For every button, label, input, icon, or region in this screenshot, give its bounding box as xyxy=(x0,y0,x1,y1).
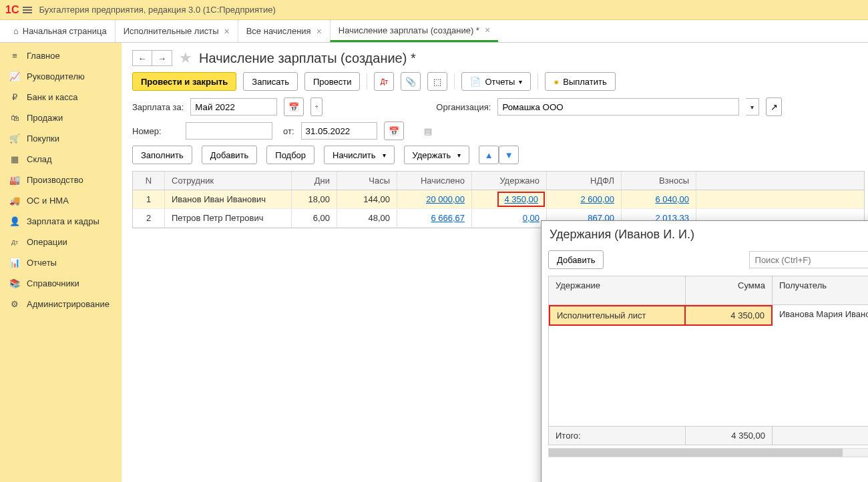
sidebar-item-operations[interactable]: ДтОперации xyxy=(0,232,122,252)
calc-button[interactable]: Начислить▾ xyxy=(324,146,394,164)
sidebar-item-salary[interactable]: 👤Зарплата и кадры xyxy=(0,211,122,232)
fill-button[interactable]: Заполнить xyxy=(132,146,192,164)
comment-icon[interactable]: ▤ xyxy=(424,126,432,136)
deductions-popup: Удержания (Иванов И. И.) ⋮ □ ✕ Добавить … xyxy=(541,220,868,482)
date-input[interactable] xyxy=(301,122,377,140)
deducted-link[interactable]: 0,00 xyxy=(523,213,539,223)
date-calendar-button[interactable]: 📅 xyxy=(384,122,404,140)
list-icon: ≡ xyxy=(9,51,20,61)
add-button[interactable]: Добавить xyxy=(202,146,257,164)
post-and-close-button[interactable]: Провести и закрыть xyxy=(132,72,236,91)
forward-button[interactable]: → xyxy=(152,50,172,66)
calendar-icon: 📅 xyxy=(288,102,299,112)
sidebar-item-warehouse[interactable]: ▦Склад xyxy=(0,149,122,170)
back-button[interactable]: ← xyxy=(132,50,152,66)
reports-button[interactable]: 📄Отчеты▾ xyxy=(461,72,531,91)
save-button[interactable]: Записать xyxy=(243,72,298,91)
arrow-down-icon: ▼ xyxy=(505,150,513,160)
col-employee[interactable]: Сотрудник xyxy=(165,172,292,190)
pcol-deduction[interactable]: Удержание xyxy=(549,276,686,304)
person-icon: 👤 xyxy=(9,216,20,226)
sidebar-item-catalogs[interactable]: 📚Справочники xyxy=(0,273,122,294)
contr-link[interactable]: 6 040,00 xyxy=(655,194,689,204)
favorite-icon[interactable]: ★ xyxy=(179,49,192,67)
tree-icon: ⬚ xyxy=(433,77,441,87)
close-icon[interactable]: × xyxy=(485,25,490,35)
pcol-recipient[interactable]: Получатель xyxy=(773,276,868,304)
dtkt-button[interactable]: Дт xyxy=(374,72,394,91)
deduct-button[interactable]: Удержать▾ xyxy=(404,146,470,164)
sidebar-item-admin[interactable]: ⚙Администрирование xyxy=(0,294,122,314)
org-input[interactable] xyxy=(497,98,739,115)
table-row[interactable]: 1 Иванов Иван Иванович 18,00 144,00 20 0… xyxy=(133,190,864,209)
post-button[interactable]: Провести xyxy=(304,72,361,91)
salary-for-label: Зарплата за: xyxy=(132,102,184,112)
open-icon: ↗ xyxy=(771,102,778,112)
salary-for-input[interactable] xyxy=(190,98,277,115)
accrued-link[interactable]: 20 000,00 xyxy=(426,194,465,204)
org-open-button[interactable]: ↗ xyxy=(766,97,782,116)
sidebar-item-production[interactable]: 🏭Производство xyxy=(0,170,122,190)
home-icon: ⌂ xyxy=(13,26,19,36)
popup-table-row[interactable]: Исполнительный лист 4 350,00 Иванова Мар… xyxy=(549,305,868,326)
table-header: N Сотрудник Дни Часы Начислено Удержано … xyxy=(133,172,864,190)
structure-button[interactable]: ⬚ xyxy=(427,72,447,91)
tab-exec-sheets[interactable]: Исполнительные листы × xyxy=(115,20,238,42)
col-n[interactable]: N xyxy=(133,172,165,190)
col-contributions[interactable]: Взносы xyxy=(622,172,696,190)
tab-salary-create[interactable]: Начисление зарплаты (создание) * × xyxy=(330,20,498,42)
sidebar-item-purchases[interactable]: 🛒Покупки xyxy=(0,128,122,149)
horizontal-scrollbar[interactable] xyxy=(548,448,868,457)
sidebar-item-main[interactable]: ≡Главное xyxy=(0,45,122,66)
org-dropdown[interactable]: ▾ xyxy=(746,98,759,115)
sidebar-item-bank[interactable]: ₽Банк и касса xyxy=(0,87,122,107)
move-down-button[interactable]: ▼ xyxy=(499,146,519,164)
number-input[interactable] xyxy=(186,122,272,140)
dtkt-icon: Дт xyxy=(381,78,388,85)
sidebar-item-reports[interactable]: 📊Отчеты xyxy=(0,252,122,273)
cart-icon: 🛒 xyxy=(9,134,20,144)
period-spinner[interactable]: ÷ xyxy=(310,97,322,116)
col-accrued[interactable]: Начислено xyxy=(397,172,472,190)
titlebar: 1C Бухгалтерия предприятия, редакция 3.0… xyxy=(0,0,868,20)
col-deducted[interactable]: Удержано xyxy=(472,172,547,190)
col-hours[interactable]: Часы xyxy=(337,172,397,190)
report-icon: 📄 xyxy=(470,77,481,87)
popup-add-button[interactable]: Добавить xyxy=(548,250,604,269)
paperclip-icon: 📎 xyxy=(405,77,416,87)
close-icon[interactable]: × xyxy=(224,26,230,37)
page-title: Начисление зарплаты (создание) * xyxy=(199,51,416,66)
col-ndfl[interactable]: НДФЛ xyxy=(547,172,622,190)
popup-search[interactable]: × xyxy=(749,251,868,268)
deducted-highlighted[interactable]: 4 350,00 xyxy=(497,192,545,207)
books-icon: 📚 xyxy=(9,278,20,288)
sidebar: ≡Главное 📈Руководителю ₽Банк и касса 🛍Пр… xyxy=(0,43,122,482)
close-icon[interactable]: × xyxy=(316,26,322,37)
tab-all-accruals[interactable]: Все начисления × xyxy=(238,20,330,42)
truck-icon: 🚚 xyxy=(9,196,20,206)
tabbar: ⌂ Начальная страница Исполнительные лист… xyxy=(0,20,868,43)
coin-icon: ● xyxy=(554,77,559,87)
sidebar-item-manager[interactable]: 📈Руководителю xyxy=(0,66,122,87)
accrued-link[interactable]: 6 666,67 xyxy=(431,213,465,223)
pick-button[interactable]: Подбор xyxy=(266,146,314,164)
popup-table-body xyxy=(549,326,868,426)
col-days[interactable]: Дни xyxy=(292,172,337,190)
tab-home[interactable]: ⌂ Начальная страница xyxy=(5,20,115,42)
search-input[interactable] xyxy=(750,255,868,265)
sidebar-item-sales[interactable]: 🛍Продажи xyxy=(0,107,122,128)
gear-icon: ⚙ xyxy=(9,299,20,309)
chart-icon: 📈 xyxy=(9,71,20,81)
attach-button[interactable]: 📎 xyxy=(401,72,421,91)
ndfl-link[interactable]: 2 600,00 xyxy=(580,194,614,204)
move-up-button[interactable]: ▲ xyxy=(479,146,499,164)
pay-button[interactable]: ●Выплатить xyxy=(545,72,615,91)
popup-table: Удержание Сумма Получатель Документ-ос И… xyxy=(548,276,868,445)
sidebar-item-os-nma[interactable]: 🚚ОС и НМА xyxy=(0,190,122,211)
main-menu-icon[interactable] xyxy=(23,7,32,13)
number-label: Номер: xyxy=(132,126,179,136)
scrollbar-thumb[interactable] xyxy=(549,449,843,457)
pcol-sum[interactable]: Сумма xyxy=(686,276,773,304)
calendar-button[interactable]: 📅 xyxy=(284,97,304,116)
date-label: от: xyxy=(283,126,294,136)
